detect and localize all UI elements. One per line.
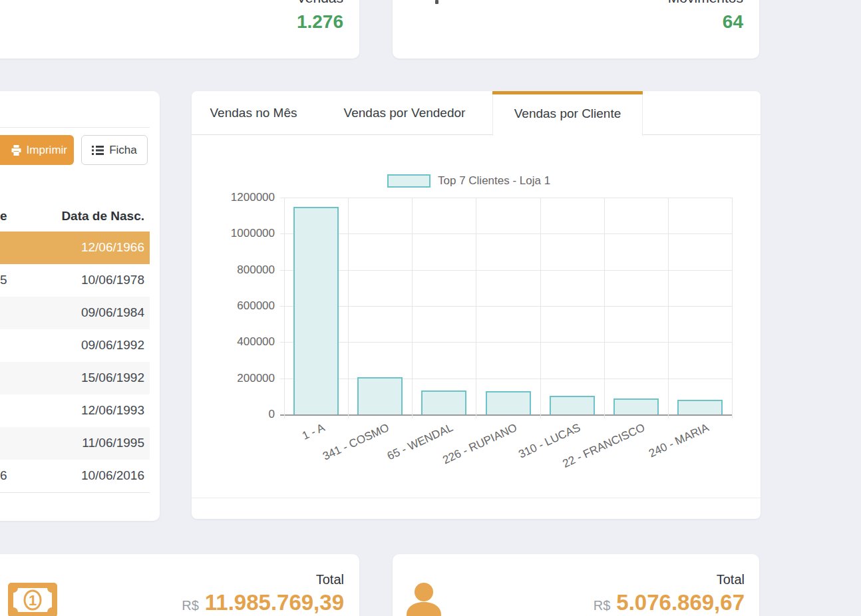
cell-partial: 6 <box>0 468 7 483</box>
total-label: Total <box>717 572 745 587</box>
table-header-partial: e <box>0 209 7 224</box>
x-gridline <box>540 198 541 418</box>
table-row[interactable]: 12/06/1993 <box>0 394 150 427</box>
card-header-divider <box>0 127 150 128</box>
table-row[interactable]: 5 10/06/1978 <box>0 264 150 297</box>
total-clients-value: 5.076.869,67 <box>616 589 745 616</box>
cell-date: 11/06/1995 <box>82 436 144 450</box>
stat-card-vendas: Vendas 1.276 <box>0 0 359 59</box>
bar-65 - WENDAL[interactable] <box>421 390 466 414</box>
x-gridline <box>668 198 669 418</box>
clients-table-card: Imprimir Ficha e Data de Nasc. 12/06/196… <box>0 91 160 521</box>
bar-chart: Top 7 Clientes - Loja 1 0200000400000600… <box>192 135 761 498</box>
x-gridline <box>412 198 413 418</box>
active-tab-indicator <box>492 91 643 94</box>
stat-label-movimentos: Movimentos <box>668 0 743 7</box>
table-row[interactable]: 11/06/1995 <box>0 427 150 460</box>
cell-date: 09/06/1984 <box>81 305 144 320</box>
total-sales-card: 1 Total R$ 11.985.769,39 <box>0 554 359 616</box>
total-value-row: R$ 11.985.769,39 <box>182 589 344 616</box>
y-tick-label: 0 <box>192 408 275 421</box>
currency-symbol: R$ <box>182 598 199 613</box>
x-gridline <box>604 198 605 418</box>
table-row-selected[interactable]: 12/06/1966 <box>0 231 150 264</box>
list-icon <box>92 146 104 155</box>
legend-swatch <box>387 174 431 188</box>
dashboard-screen: Vendas 1.276 Movimentos 64 Imprimir Fich… <box>0 0 861 616</box>
svg-text:1: 1 <box>29 592 37 609</box>
legend-label: Top 7 Clientes - Loja 1 <box>438 174 550 188</box>
x-gridline <box>732 198 733 418</box>
x-tick-label: 240 - MARIA <box>647 421 711 460</box>
total-value-row: R$ 5.076.869,67 <box>594 589 745 616</box>
stat-label-vendas: Vendas <box>297 0 343 7</box>
table-row[interactable]: 15/06/1992 <box>0 362 150 394</box>
stat-value-movimentos: 64 <box>723 11 743 33</box>
x-tick-label: 341 - COSMO <box>321 421 391 464</box>
total-sales-value: 11.985.769,39 <box>205 589 344 616</box>
bar-226 - RUPIANO[interactable] <box>486 391 531 414</box>
y-tick-label: 400000 <box>192 335 275 349</box>
table-body: 12/06/1966 5 10/06/1978 09/06/1984 09/06… <box>0 231 150 493</box>
table-row[interactable]: 09/06/1984 <box>0 297 150 329</box>
x-gridline <box>284 198 285 418</box>
table-header-row: e Data de Nasc. <box>0 201 150 231</box>
x-gridline <box>348 198 349 418</box>
y-tick-label: 1000000 <box>192 227 275 240</box>
cell-date: 12/06/1966 <box>81 240 144 255</box>
tab-vendas-por-vendedor[interactable]: Vendas por Vendedor <box>315 91 494 135</box>
ficha-button[interactable]: Ficha <box>81 135 148 165</box>
cell-partial: 5 <box>0 273 7 287</box>
stat-value-vendas: 1.276 <box>297 11 343 33</box>
currency-symbol: R$ <box>594 598 611 613</box>
ficha-button-label: Ficha <box>109 144 137 157</box>
x-gridline <box>476 198 476 418</box>
stat-card-movimentos: Movimentos 64 <box>393 0 759 59</box>
x-tick-label: 1 - A <box>300 421 327 443</box>
tab-vendas-no-mes[interactable]: Vendas no Mês <box>192 91 315 135</box>
sales-chart-card: Vendas no Mês Vendas por Vendedor Vendas… <box>192 91 761 519</box>
cell-date: 15/06/1992 <box>81 371 144 385</box>
chart-tab-bar: Vendas no Mês Vendas por Vendedor Vendas… <box>192 91 761 135</box>
cell-date: 12/06/1993 <box>81 403 144 418</box>
cell-date: 10/06/1978 <box>81 273 144 287</box>
bar-1 - A[interactable] <box>293 207 339 414</box>
y-tick-label: 200000 <box>192 372 275 385</box>
cell-date: 10/06/2016 <box>81 468 144 483</box>
table-header-date: Data de Nasc. <box>61 209 144 224</box>
bar-341 - COSMO[interactable] <box>357 377 403 414</box>
money-bill-icon: 1 <box>8 583 57 616</box>
person-icon <box>405 581 443 616</box>
total-clients-card: Total R$ 5.076.869,67 <box>393 554 759 616</box>
y-tick-label: 800000 <box>192 263 275 277</box>
printer-icon <box>11 145 22 156</box>
table-row[interactable]: 09/06/1992 <box>0 329 150 362</box>
clipped-icon-fragment <box>435 0 438 4</box>
imprimir-button-label: Imprimir <box>27 144 67 157</box>
cell-date: 09/06/1992 <box>81 338 144 353</box>
bar-22 - FRANCISCO[interactable] <box>613 398 659 414</box>
total-label: Total <box>316 572 344 587</box>
tab-vendas-por-cliente[interactable]: Vendas por Cliente <box>492 91 643 136</box>
bar-240 - MARIA[interactable] <box>677 400 723 414</box>
y-tick-label: 600000 <box>192 299 275 313</box>
y-tick-label: 1200000 <box>192 191 275 204</box>
imprimir-button[interactable]: Imprimir <box>0 135 74 165</box>
table-row[interactable]: 6 10/06/2016 <box>0 460 150 492</box>
bar-310 - LUCAS[interactable] <box>550 396 595 414</box>
